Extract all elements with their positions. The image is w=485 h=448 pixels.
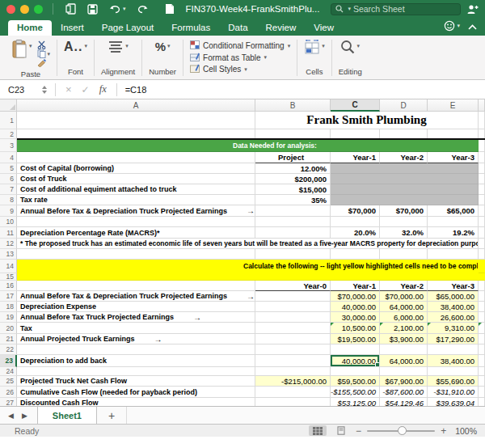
enter-icon[interactable]: ✓ [82, 84, 90, 95]
cell-F15[interactable] [479, 273, 485, 281]
save-icon[interactable] [87, 4, 98, 15]
undo-icon[interactable]: ▾ [109, 4, 126, 15]
number-button[interactable]: % ▾ [155, 40, 171, 54]
cell-E18[interactable]: 38,400.00 [428, 302, 479, 312]
row-header-2[interactable]: 2 [0, 129, 17, 139]
formula-input[interactable]: =C18 [125, 85, 147, 95]
column-header-A[interactable]: A [17, 99, 255, 112]
column-header-D[interactable]: D [380, 99, 428, 112]
cell-F12[interactable] [479, 239, 485, 249]
cell-F25[interactable] [479, 376, 485, 387]
cell-F27[interactable] [479, 398, 485, 406]
cell-C7[interactable] [331, 184, 479, 195]
cell-F23[interactable] [479, 355, 485, 367]
cell-B6[interactable]: $200,000 [255, 174, 331, 184]
cell-styles-button[interactable]: Cell Styles▾ [190, 64, 290, 74]
cell-F5[interactable] [479, 163, 485, 174]
row-header-16[interactable]: 16 [0, 281, 17, 291]
cell-F22[interactable] [479, 344, 485, 355]
cell-A20[interactable]: Tax [17, 323, 255, 334]
cell-B10[interactable] [255, 217, 331, 227]
cell-A25[interactable]: Projected Truck Net Cash Flow [17, 376, 255, 387]
cell-C24[interactable] [331, 367, 380, 376]
cell-D25[interactable]: $67,900.00 [380, 376, 428, 387]
cell-E23[interactable]: 38,400.00 [428, 355, 479, 367]
cell-B24[interactable] [255, 367, 331, 376]
cell-B19[interactable] [255, 312, 331, 323]
cell-F16[interactable] [479, 281, 485, 291]
cell-D13[interactable] [380, 249, 428, 260]
cell-B23[interactable] [255, 355, 331, 367]
cell-E9[interactable]: $65,000 [428, 205, 479, 217]
close-window-button[interactable] [6, 5, 15, 14]
cell-A19[interactable]: Annual Before Tax Truck Projected Earnin… [17, 312, 255, 323]
redo-icon[interactable] [137, 4, 148, 15]
cell-A4[interactable] [17, 152, 255, 163]
cell-B11[interactable] [255, 227, 331, 239]
page-layout-view-button[interactable] [332, 425, 350, 436]
tab-review[interactable]: Review [257, 20, 306, 36]
cell-C4[interactable]: Year-1 [331, 152, 380, 163]
cell-D22[interactable] [380, 344, 428, 355]
font-caret-icon[interactable]: ▾ [84, 43, 87, 49]
cell-B17[interactable] [255, 291, 331, 302]
conditional-formatting-button[interactable]: Conditional Formatting▾ [190, 40, 290, 51]
cells-caret-icon[interactable]: ▾ [322, 43, 325, 49]
row-header-5[interactable]: 5 [0, 163, 17, 174]
cell-B4[interactable]: Project [255, 152, 331, 163]
cell-C18[interactable]: 40,000.00 [331, 302, 380, 312]
cell-D4[interactable]: Year-2 [380, 152, 428, 163]
cell-F19[interactable] [479, 312, 485, 323]
cell-E21[interactable]: $17,290.00 [428, 334, 479, 344]
feedback-smiley-icon[interactable]: ▾ [444, 20, 460, 32]
new-document-icon[interactable] [65, 3, 76, 15]
editing-caret-icon[interactable]: ▾ [356, 43, 360, 49]
cell-E4[interactable]: Year-3 [428, 152, 479, 163]
cell-C26[interactable]: -$155,500.00 [331, 387, 380, 398]
row-header-13[interactable]: 13 [0, 249, 17, 260]
cell-D19[interactable]: 6,000.00 [380, 312, 428, 323]
yellow-banner[interactable]: Calculate the following -- light yellow … [17, 260, 479, 273]
row-header-19[interactable]: 19 [0, 312, 17, 323]
cell-B13[interactable] [255, 249, 331, 260]
cell-D18[interactable]: 64,000.00 [380, 302, 428, 312]
cell-A23[interactable]: Depreciation to add back [17, 355, 255, 367]
footnote[interactable]: * The proposed truck has an estimated ec… [17, 239, 479, 249]
cell-A17[interactable]: Annual Before Tax & Depreciation Truck P… [17, 291, 255, 302]
row-header-27[interactable]: 27 [0, 398, 17, 406]
cell-D27[interactable]: $54,129.46 [380, 398, 428, 406]
cell-B18[interactable] [255, 302, 331, 312]
search-input[interactable]: ▾ Search Sheet [331, 3, 461, 15]
cell-A24[interactable] [17, 367, 255, 376]
next-sheet-icon[interactable]: ▶ [22, 412, 27, 420]
tab-insert[interactable]: Insert [52, 20, 93, 36]
zoom-slider[interactable] [367, 430, 435, 432]
row-header-18[interactable]: 18 [0, 302, 17, 312]
zoom-slider-knob[interactable] [398, 426, 407, 435]
copy-button[interactable]: ▾ [37, 49, 51, 58]
cell-C20[interactable]: 10,500.00 [331, 323, 380, 334]
add-sheet-button[interactable]: + [97, 407, 127, 424]
cell-B16[interactable]: Year-0 [255, 281, 331, 291]
row-header-21[interactable]: 21 [0, 334, 17, 344]
cell-F20[interactable] [479, 323, 485, 334]
cell-D21[interactable]: $3,900.00 [380, 334, 428, 344]
cell-F9[interactable] [479, 205, 485, 217]
cell-E16[interactable]: Year-3 [428, 281, 479, 291]
format-painter-button[interactable] [37, 58, 51, 67]
undo-caret-icon[interactable]: ▾ [123, 6, 126, 12]
cell-D16[interactable]: Year-2 [380, 281, 428, 291]
cell-D26[interactable]: -$87,600.00 [380, 387, 428, 398]
cell-A7[interactable]: Cost of additional equiment attached to … [17, 184, 255, 195]
document-title[interactable]: FIN370-Week4-FrankSmithPlu... [185, 4, 319, 14]
cell-C6[interactable] [331, 174, 479, 184]
row-header-1[interactable]: 1 [0, 112, 17, 129]
row-header-25[interactable]: 25 [0, 376, 17, 387]
minimize-window-button[interactable] [20, 5, 29, 14]
cell-D10[interactable] [380, 217, 428, 227]
cell-C10[interactable] [331, 217, 380, 227]
name-box[interactable]: C23 [0, 80, 50, 99]
cell-E22[interactable] [428, 344, 479, 355]
cell-D24[interactable] [380, 367, 428, 376]
alignment-button[interactable]: ▾ [108, 40, 129, 53]
